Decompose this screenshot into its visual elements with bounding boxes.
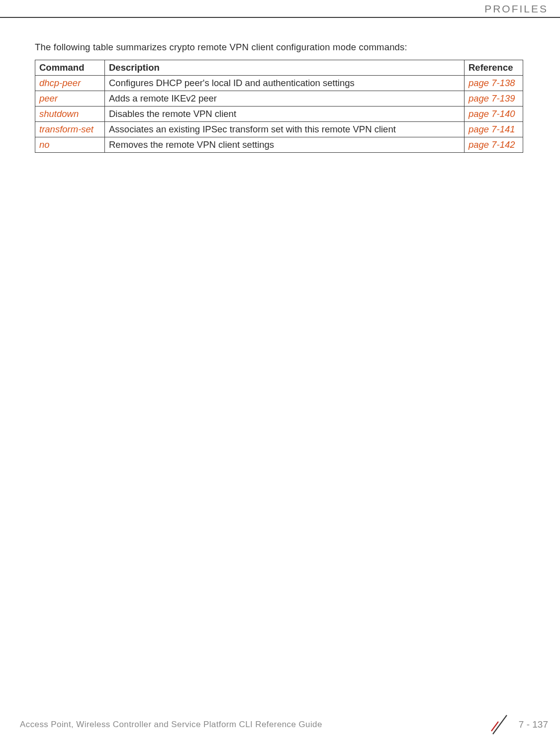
table-row: dhcp-peer Configures DHCP peer's local I… xyxy=(35,76,523,91)
command-link[interactable]: no xyxy=(39,139,50,150)
command-description: Configures DHCP peer's local ID and auth… xyxy=(109,78,355,88)
footer-right-group: 7 - 137 xyxy=(490,713,548,736)
header-divider xyxy=(0,17,560,18)
page-number: 7 - 137 xyxy=(519,719,548,730)
page-reference-link[interactable]: page 7-139 xyxy=(468,93,515,104)
section-header-label: PROFILES xyxy=(484,3,548,15)
page-reference-link[interactable]: page 7-142 xyxy=(468,139,515,150)
svg-line-0 xyxy=(493,715,507,734)
page-reference-link[interactable]: page 7-141 xyxy=(468,124,515,134)
page-footer: Access Point, Wireless Controller and Se… xyxy=(20,713,548,736)
table-row: transform-set Associates an existing IPS… xyxy=(35,122,523,137)
commands-table: Command Description Reference dhcp-peer … xyxy=(35,60,523,153)
command-link[interactable]: dhcp-peer xyxy=(39,78,81,88)
command-description: Associates an existing IPSec transform s… xyxy=(109,124,396,134)
page-content: The following table summarizes crypto re… xyxy=(35,42,523,153)
slash-divider-icon xyxy=(490,713,510,736)
command-link[interactable]: shutdown xyxy=(39,108,79,119)
command-description: Adds a remote IKEv2 peer xyxy=(109,93,217,104)
header-reference: Reference xyxy=(465,60,523,76)
svg-line-1 xyxy=(491,722,498,731)
page-reference-link[interactable]: page 7-140 xyxy=(468,108,515,119)
footer-document-title: Access Point, Wireless Controller and Se… xyxy=(20,720,322,730)
table-row: no Removes the remote VPN client setting… xyxy=(35,137,523,153)
intro-paragraph: The following table summarizes crypto re… xyxy=(35,42,523,53)
header-command: Command xyxy=(35,60,105,76)
command-description: Removes the remote VPN client settings xyxy=(109,139,274,150)
command-link[interactable]: transform-set xyxy=(39,124,93,134)
table-row: shutdown Disables the remote VPN client … xyxy=(35,107,523,122)
header-description: Description xyxy=(105,60,465,76)
page-reference-link[interactable]: page 7-138 xyxy=(468,78,515,88)
command-description: Disables the remote VPN client xyxy=(109,108,236,119)
table-row: peer Adds a remote IKEv2 peer page 7-139 xyxy=(35,91,523,107)
table-header-row: Command Description Reference xyxy=(35,60,523,76)
command-link[interactable]: peer xyxy=(39,93,58,104)
